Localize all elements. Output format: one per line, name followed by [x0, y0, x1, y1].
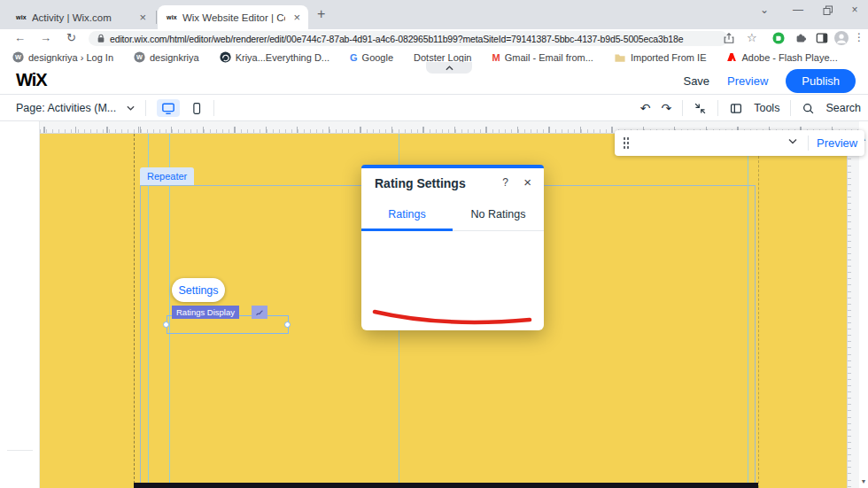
undo-icon[interactable]: ↶ [640, 102, 651, 114]
tab-search-chevron-icon[interactable]: ⌄ [753, 4, 776, 16]
browser-tab-strip: wix Activity | Wix.com × wix Wix Website… [0, 0, 868, 29]
publish-button[interactable]: Publish [786, 69, 856, 93]
save-button[interactable]: Save [683, 74, 709, 88]
tab-title: Activity | Wix.com [32, 12, 132, 23]
tab-close-icon[interactable]: × [285, 11, 308, 24]
lock-icon [97, 33, 105, 44]
dialog-title: Rating Settings [375, 176, 466, 190]
chevron-down-icon[interactable] [127, 105, 135, 111]
wordpress-favicon: W [12, 51, 24, 63]
browser-tab-activity[interactable]: wix Activity | Wix.com × [7, 5, 154, 29]
bookmark-item[interactable]: Adobe - Flash Playe... [726, 51, 837, 63]
page-selector[interactable]: Page: Activities (M... [16, 102, 116, 114]
chevron-down-icon[interactable] [788, 138, 797, 144]
bookmark-item[interactable]: Dotster Login [414, 52, 471, 63]
collapsed-panel-tab[interactable] [426, 62, 472, 74]
preview-button[interactable]: Preview [727, 74, 768, 88]
bookmark-item[interactable]: Imported From IE [614, 52, 707, 63]
drag-handle-icon[interactable] [623, 136, 630, 150]
resize-handle[interactable] [284, 321, 291, 328]
search-button[interactable]: Search [825, 102, 861, 114]
zoom-fit-icon[interactable] [694, 102, 707, 115]
redo-icon[interactable]: ↷ [661, 102, 671, 114]
browser-tab-editor[interactable]: wix Wix Website Editor | Collaborativ × [158, 5, 308, 29]
tab-separator [156, 11, 157, 24]
address-bar[interactable]: editor.wix.com/html/editor/web/renderer/… [89, 31, 728, 46]
svg-text:W: W [15, 53, 21, 61]
guide-line [748, 134, 748, 488]
tab-no-ratings[interactable]: No Ratings [453, 198, 544, 230]
scroll-down-icon[interactable]: ▼ [859, 478, 868, 484]
tools-panel-icon[interactable] [729, 102, 743, 115]
wix-favicon: wix [167, 14, 177, 20]
ratings-display-label: Ratings Display [172, 306, 239, 319]
share-icon[interactable] [723, 32, 735, 44]
wix-favicon: wix [16, 14, 27, 20]
kebab-menu-icon[interactable]: ⋮ [854, 31, 864, 43]
bookmark-item[interactable]: Wdesignkriya [134, 51, 199, 63]
section-boundary [134, 134, 135, 488]
tab-title: Wix Website Editor | Collaborativ [182, 12, 286, 23]
tab-ratings[interactable]: Ratings [361, 198, 453, 230]
screen: { "browser": { "favicon_text": "wix", "t… [0, 0, 868, 488]
floating-preview-button[interactable]: Preview [817, 130, 857, 156]
kriya-favicon [220, 51, 231, 63]
window-minimize-icon[interactable]: — [787, 4, 810, 16]
guide-line [169, 134, 170, 488]
floating-toolbar: Preview [615, 130, 864, 156]
side-panel-icon[interactable] [816, 32, 828, 44]
reload-icon[interactable]: ↻ [66, 31, 76, 44]
editor-sidebar [0, 121, 40, 488]
mobile-view-toggle[interactable] [190, 101, 203, 116]
close-icon[interactable]: × [523, 174, 531, 190]
evernote-extension-icon[interactable] [772, 32, 785, 44]
help-icon[interactable]: ? [502, 176, 508, 189]
red-scribble-annotation [368, 305, 537, 328]
extensions-puzzle-icon[interactable] [794, 32, 807, 44]
desktop-view-toggle[interactable] [157, 99, 180, 117]
new-tab-button[interactable]: + [317, 6, 325, 22]
rating-settings-dialog: Rating Settings ? × Ratings No Ratings [361, 165, 544, 330]
bookmark-item[interactable]: Kriya...Everything D... [220, 51, 329, 63]
guide-line [148, 134, 149, 488]
next-section-edge [134, 483, 758, 488]
resize-handle[interactable] [163, 321, 169, 328]
url-text: editor.wix.com/html/editor/web/renderer/… [110, 34, 683, 44]
wix-logo: WiX [16, 70, 47, 90]
back-icon[interactable]: ← [14, 31, 26, 44]
connected-data-badge-icon[interactable] [252, 306, 267, 319]
sidebar-divider [7, 450, 33, 451]
google-favicon: G [350, 52, 358, 63]
bookmark-item[interactable]: Wdesignkriya › Log In [12, 51, 113, 63]
window-close-icon[interactable]: × [843, 4, 866, 16]
bookmark-item[interactable]: MGmail - Email from... [492, 52, 593, 63]
wordpress-favicon: W [134, 51, 145, 63]
forward-icon[interactable]: → [40, 31, 51, 44]
repeater-label[interactable]: Repeater [140, 167, 194, 185]
adobe-favicon [726, 51, 737, 63]
bookmark-star-icon[interactable]: ☆ [747, 31, 757, 44]
settings-button[interactable]: Settings [172, 278, 225, 302]
tab-close-icon[interactable]: × [131, 11, 154, 24]
vertical-ruler [847, 134, 859, 488]
monitor-icon [161, 102, 175, 115]
caret-up-icon [446, 66, 453, 71]
section-boundary [758, 134, 759, 488]
profile-avatar[interactable] [834, 31, 849, 45]
window-restore-icon[interactable] [817, 4, 840, 16]
search-icon[interactable] [802, 102, 815, 115]
separator [808, 136, 809, 151]
active-tab-underline [361, 229, 453, 231]
browser-url-row: ← → ↻ editor.wix.com/html/editor/web/ren… [0, 29, 868, 48]
phone-icon [190, 101, 203, 116]
gmail-favicon: M [492, 52, 500, 63]
bookmark-item[interactable]: GGoogle [350, 52, 393, 63]
tools-button[interactable]: Tools [754, 102, 779, 114]
svg-text:W: W [136, 53, 143, 61]
folder-favicon [614, 52, 626, 63]
